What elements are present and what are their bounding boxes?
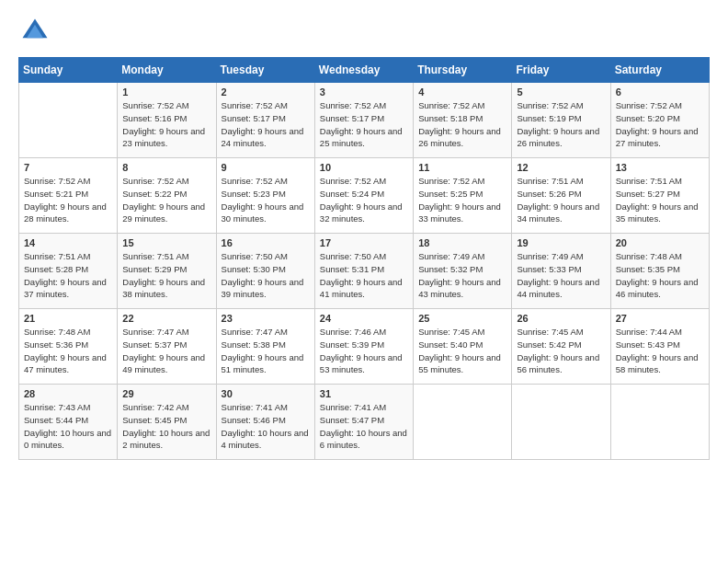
day-number: 25 (418, 313, 506, 324)
day-number: 21 (24, 313, 112, 324)
calendar-cell (512, 385, 610, 460)
day-info: Sunrise: 7:50 AMSunset: 5:30 PMDaylight:… (222, 250, 310, 301)
calendar-cell: 16Sunrise: 7:50 AMSunset: 5:30 PMDayligh… (216, 234, 314, 309)
day-info: Sunrise: 7:52 AMSunset: 5:17 PMDaylight:… (222, 99, 310, 150)
calendar-cell: 23Sunrise: 7:47 AMSunset: 5:38 PMDayligh… (216, 309, 314, 385)
day-info: Sunrise: 7:43 AMSunset: 5:44 PMDaylight:… (24, 401, 112, 452)
calendar-cell (414, 385, 512, 460)
day-number: 11 (418, 162, 506, 173)
day-info: Sunrise: 7:49 AMSunset: 5:33 PMDaylight:… (517, 250, 605, 301)
day-number: 1 (122, 86, 210, 98)
calendar-table: SundayMondayTuesdayWednesdayThursdayFrid… (18, 57, 710, 460)
calendar-cell: 28Sunrise: 7:43 AMSunset: 5:44 PMDayligh… (19, 385, 118, 460)
calendar-week-row: 1Sunrise: 7:52 AMSunset: 5:16 PMDaylight… (19, 83, 710, 158)
day-info: Sunrise: 7:50 AMSunset: 5:31 PMDaylight:… (320, 250, 408, 301)
calendar-cell: 15Sunrise: 7:51 AMSunset: 5:29 PMDayligh… (118, 234, 216, 309)
weekday-header: Tuesday (216, 58, 314, 83)
calendar-cell: 27Sunrise: 7:44 AMSunset: 5:43 PMDayligh… (610, 309, 709, 385)
day-info: Sunrise: 7:51 AMSunset: 5:29 PMDaylight:… (122, 250, 210, 301)
day-number: 26 (517, 313, 605, 324)
calendar-cell: 5Sunrise: 7:52 AMSunset: 5:19 PMDaylight… (512, 83, 610, 158)
calendar-cell: 14Sunrise: 7:51 AMSunset: 5:28 PMDayligh… (19, 234, 118, 309)
day-number: 6 (616, 86, 704, 98)
weekday-header-row: SundayMondayTuesdayWednesdayThursdayFrid… (19, 58, 710, 83)
day-info: Sunrise: 7:49 AMSunset: 5:32 PMDaylight:… (418, 250, 506, 301)
day-info: Sunrise: 7:51 AMSunset: 5:28 PMDaylight:… (24, 250, 112, 301)
calendar-week-row: 28Sunrise: 7:43 AMSunset: 5:44 PMDayligh… (19, 385, 710, 460)
day-info: Sunrise: 7:44 AMSunset: 5:43 PMDaylight:… (616, 326, 704, 376)
weekday-header: Thursday (414, 58, 512, 83)
day-info: Sunrise: 7:52 AMSunset: 5:24 PMDaylight:… (320, 175, 408, 225)
weekday-header: Saturday (610, 58, 709, 83)
calendar-cell: 17Sunrise: 7:50 AMSunset: 5:31 PMDayligh… (314, 234, 413, 309)
calendar-cell (610, 385, 709, 460)
calendar-cell: 8Sunrise: 7:52 AMSunset: 5:22 PMDaylight… (118, 158, 216, 234)
day-info: Sunrise: 7:52 AMSunset: 5:16 PMDaylight:… (122, 99, 210, 150)
day-info: Sunrise: 7:45 AMSunset: 5:42 PMDaylight:… (517, 326, 605, 376)
logo-icon (18, 15, 51, 48)
weekday-header: Friday (512, 58, 610, 83)
day-info: Sunrise: 7:52 AMSunset: 5:17 PMDaylight:… (320, 99, 408, 150)
day-info: Sunrise: 7:52 AMSunset: 5:19 PMDaylight:… (517, 99, 605, 150)
calendar-cell (19, 83, 118, 158)
day-info: Sunrise: 7:48 AMSunset: 5:35 PMDaylight:… (616, 250, 704, 301)
day-number: 7 (24, 162, 112, 173)
calendar-cell: 13Sunrise: 7:51 AMSunset: 5:27 PMDayligh… (610, 158, 709, 234)
day-info: Sunrise: 7:46 AMSunset: 5:39 PMDaylight:… (320, 326, 408, 376)
day-info: Sunrise: 7:52 AMSunset: 5:20 PMDaylight:… (616, 99, 704, 150)
calendar-cell: 19Sunrise: 7:49 AMSunset: 5:33 PMDayligh… (512, 234, 610, 309)
day-number: 30 (222, 388, 310, 399)
calendar-cell: 29Sunrise: 7:42 AMSunset: 5:45 PMDayligh… (118, 385, 216, 460)
page-container: SundayMondayTuesdayWednesdayThursdayFrid… (0, 0, 728, 469)
calendar-cell: 10Sunrise: 7:52 AMSunset: 5:24 PMDayligh… (314, 158, 413, 234)
logo (18, 15, 55, 48)
day-number: 8 (122, 162, 210, 173)
day-info: Sunrise: 7:52 AMSunset: 5:22 PMDaylight:… (122, 175, 210, 225)
day-number: 27 (616, 313, 704, 324)
day-number: 5 (517, 86, 605, 98)
weekday-header: Wednesday (314, 58, 413, 83)
header (18, 15, 710, 48)
day-number: 29 (122, 388, 210, 399)
day-number: 17 (320, 237, 408, 248)
calendar-cell: 25Sunrise: 7:45 AMSunset: 5:40 PMDayligh… (414, 309, 512, 385)
day-number: 18 (418, 237, 506, 248)
day-info: Sunrise: 7:47 AMSunset: 5:38 PMDaylight:… (222, 326, 310, 376)
calendar-cell: 1Sunrise: 7:52 AMSunset: 5:16 PMDaylight… (118, 83, 216, 158)
calendar-cell: 26Sunrise: 7:45 AMSunset: 5:42 PMDayligh… (512, 309, 610, 385)
day-info: Sunrise: 7:52 AMSunset: 5:21 PMDaylight:… (24, 175, 112, 225)
calendar-cell: 6Sunrise: 7:52 AMSunset: 5:20 PMDaylight… (610, 83, 709, 158)
day-info: Sunrise: 7:52 AMSunset: 5:23 PMDaylight:… (222, 175, 310, 225)
calendar-cell: 2Sunrise: 7:52 AMSunset: 5:17 PMDaylight… (216, 83, 314, 158)
day-info: Sunrise: 7:41 AMSunset: 5:46 PMDaylight:… (222, 401, 310, 452)
day-info: Sunrise: 7:51 AMSunset: 5:27 PMDaylight:… (616, 175, 704, 225)
calendar-cell: 18Sunrise: 7:49 AMSunset: 5:32 PMDayligh… (414, 234, 512, 309)
calendar-cell: 21Sunrise: 7:48 AMSunset: 5:36 PMDayligh… (19, 309, 118, 385)
day-number: 13 (616, 162, 704, 173)
day-number: 14 (24, 237, 112, 248)
calendar-week-row: 7Sunrise: 7:52 AMSunset: 5:21 PMDaylight… (19, 158, 710, 234)
day-number: 20 (616, 237, 704, 248)
calendar-cell: 12Sunrise: 7:51 AMSunset: 5:26 PMDayligh… (512, 158, 610, 234)
day-info: Sunrise: 7:45 AMSunset: 5:40 PMDaylight:… (418, 326, 506, 376)
day-number: 19 (517, 237, 605, 248)
day-info: Sunrise: 7:41 AMSunset: 5:47 PMDaylight:… (320, 401, 408, 452)
day-info: Sunrise: 7:52 AMSunset: 5:18 PMDaylight:… (418, 99, 506, 150)
calendar-cell: 20Sunrise: 7:48 AMSunset: 5:35 PMDayligh… (610, 234, 709, 309)
calendar-cell: 31Sunrise: 7:41 AMSunset: 5:47 PMDayligh… (314, 385, 413, 460)
day-info: Sunrise: 7:42 AMSunset: 5:45 PMDaylight:… (122, 401, 210, 452)
day-info: Sunrise: 7:48 AMSunset: 5:36 PMDaylight:… (24, 326, 112, 376)
calendar-cell: 22Sunrise: 7:47 AMSunset: 5:37 PMDayligh… (118, 309, 216, 385)
day-number: 9 (222, 162, 310, 173)
day-info: Sunrise: 7:52 AMSunset: 5:25 PMDaylight:… (418, 175, 506, 225)
day-number: 10 (320, 162, 408, 173)
day-number: 28 (24, 388, 112, 399)
day-number: 15 (122, 237, 210, 248)
day-info: Sunrise: 7:47 AMSunset: 5:37 PMDaylight:… (122, 326, 210, 376)
day-number: 12 (517, 162, 605, 173)
day-number: 22 (122, 313, 210, 324)
day-number: 16 (222, 237, 310, 248)
calendar-cell: 4Sunrise: 7:52 AMSunset: 5:18 PMDaylight… (414, 83, 512, 158)
day-number: 24 (320, 313, 408, 324)
calendar-week-row: 14Sunrise: 7:51 AMSunset: 5:28 PMDayligh… (19, 234, 710, 309)
